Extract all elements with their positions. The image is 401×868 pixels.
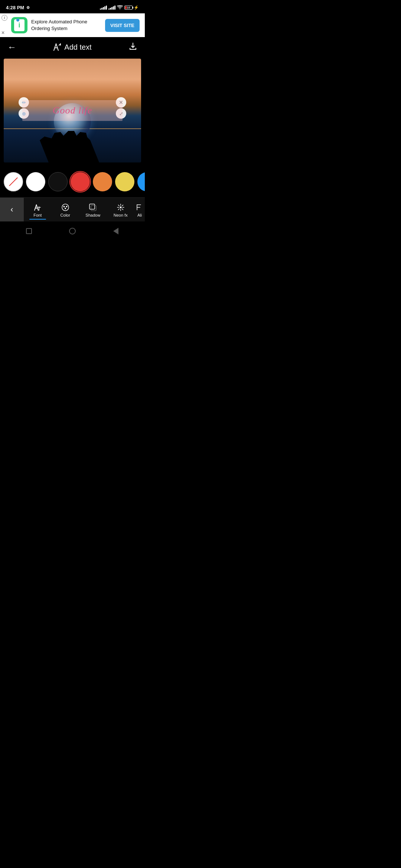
toolbar-color-label: Color	[61, 213, 70, 217]
bottom-toolbar: ‹ Font Color	[0, 197, 145, 221]
color-palette: ›	[0, 166, 145, 197]
color-swatch-orange[interactable]	[93, 172, 112, 191]
text-overlay-box[interactable]: Good life	[22, 100, 123, 121]
add-text-icon	[53, 43, 61, 51]
status-indicators: 10 ⚡	[100, 5, 139, 10]
svg-line-0	[54, 44, 56, 50]
image-container[interactable]: ✏ ✕ ⊕ ⤢ Good life	[4, 59, 141, 162]
system-navigation	[0, 221, 145, 242]
neon-fx-icon	[117, 203, 125, 211]
svg-line-22	[122, 205, 123, 206]
svg-line-1	[56, 44, 58, 50]
svg-point-10	[62, 204, 69, 211]
status-time: 4:28 PM ⚙	[6, 5, 30, 10]
svg-line-5	[35, 205, 36, 210]
toolbar-back-button[interactable]: ‹	[0, 198, 24, 221]
back-button[interactable]: ←	[7, 42, 16, 52]
toolbar-font-label: Font	[33, 213, 42, 217]
svg-rect-14	[89, 204, 95, 209]
svg-point-12	[66, 206, 67, 207]
color-swatch-yellow[interactable]	[115, 172, 134, 191]
ad-close-button[interactable]: ×	[1, 30, 4, 36]
charging-icon: ⚡	[134, 5, 139, 10]
canvas-area: ✏ ✕ ⊕ ⤢ Good life	[0, 57, 145, 166]
system-back-button[interactable]	[111, 227, 120, 236]
toolbar-item-neon-fx[interactable]: Neon fx	[107, 200, 135, 220]
color-swatch-none[interactable]	[4, 172, 23, 191]
toolbar-item-font[interactable]: Font	[24, 200, 52, 220]
svg-rect-15	[91, 206, 96, 211]
page-title-text: Add text	[64, 43, 91, 52]
svg-line-20	[118, 205, 119, 206]
settings-icon: ⚙	[26, 6, 30, 10]
toolbar-ali-label: Ali	[137, 213, 142, 217]
color-icon	[61, 203, 69, 211]
signal-bars-2	[108, 5, 115, 10]
toolbar-item-color[interactable]: Color	[52, 200, 79, 220]
ad-visit-button[interactable]: VISIT SITE	[105, 19, 140, 32]
font-icon	[33, 203, 42, 211]
ad-logo: i	[11, 17, 27, 33]
color-more-button[interactable]: ›	[137, 172, 145, 191]
status-bar: 4:28 PM ⚙ 10	[0, 0, 145, 13]
toolbar-item-shadow[interactable]: Shadow	[79, 200, 107, 220]
ad-banner: i × i Explore Automated Phone Ordering S…	[0, 13, 145, 37]
svg-line-6	[36, 205, 38, 210]
toolbar-item-ali[interactable]: Ali	[134, 200, 145, 220]
color-swatch-black[interactable]	[48, 172, 68, 191]
svg-line-21	[122, 209, 123, 210]
ad-info-button[interactable]: i	[1, 15, 7, 21]
color-swatch-red[interactable]	[71, 172, 90, 191]
ali-icon	[136, 203, 144, 211]
svg-point-13	[65, 208, 66, 209]
download-icon	[128, 42, 137, 50]
wifi-icon	[117, 5, 123, 10]
battery-indicator: 10 ⚡	[124, 5, 139, 10]
toolbar-items: Font Color Shadow	[24, 200, 145, 220]
color-swatch-white[interactable]	[26, 172, 45, 191]
download-button[interactable]	[128, 42, 137, 53]
recent-apps-button[interactable]	[25, 227, 33, 236]
page-title: Add text	[53, 43, 91, 52]
shadow-icon	[89, 203, 97, 211]
ad-text: Explore Automated Phone Ordering System	[31, 19, 101, 32]
toolbar-neon-fx-label: Neon fx	[114, 213, 128, 217]
top-navigation: ← Add text	[0, 37, 145, 57]
svg-point-24	[120, 207, 121, 208]
toolbar-shadow-label: Shadow	[85, 213, 100, 217]
toolbar-back-icon: ‹	[10, 205, 13, 214]
svg-line-23	[118, 209, 119, 210]
home-button[interactable]	[68, 227, 77, 236]
svg-point-11	[63, 206, 65, 207]
overlay-text: Good life	[53, 105, 92, 116]
signal-bars-1	[100, 5, 107, 10]
